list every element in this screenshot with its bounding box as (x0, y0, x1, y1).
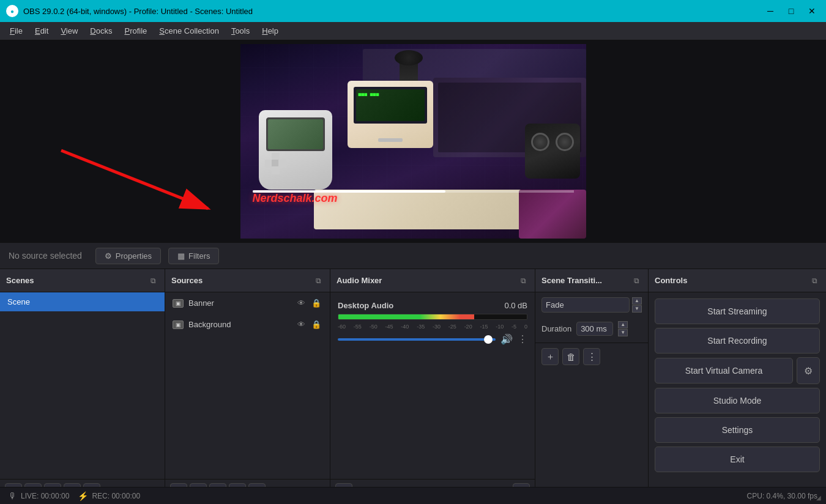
rec-label: REC: 00:00:00 (92, 492, 140, 500)
virtual-camera-settings-button[interactable]: ⚙ (797, 357, 820, 384)
scenes-panel-header: Scenes ⧉ (0, 269, 165, 292)
status-right: CPU: 0.4%, 30.00 fps ◢ (747, 492, 817, 500)
window-controls[interactable]: ─ □ ✕ (762, 5, 820, 17)
properties-label: Properties (116, 251, 152, 261)
audio-track-desktop: Desktop Audio 0.0 dB -60 -55 -50 -45 -40… (330, 295, 535, 351)
filters-label: Filters (188, 251, 210, 261)
source-banner-controls: 👁 🔒 (296, 297, 322, 309)
properties-button[interactable]: ⚙ Properties (95, 248, 161, 264)
joystick-ball (395, 50, 423, 65)
resize-corner-icon[interactable]: ◢ (816, 494, 825, 503)
audio-panel: Audio Mixer ⧉ Desktop Audio 0.0 dB -60 -… (330, 269, 535, 504)
menu-edit[interactable]: Edit (29, 24, 54, 38)
cbm-label (378, 138, 403, 142)
more-transitions-button[interactable]: ⋮ (583, 348, 600, 365)
scenes-panel-icon-btn[interactable]: ⧉ (148, 275, 158, 286)
duration-row: Duration ▲ ▼ (535, 317, 648, 340)
start-recording-button[interactable]: Start Recording (655, 328, 820, 354)
audio-track-header: Desktop Audio 0.0 dB (338, 301, 527, 310)
duration-spinner: ▲ ▼ (618, 321, 628, 336)
close-button[interactable]: ✕ (804, 5, 820, 17)
sources-panel-icon-btn[interactable]: ⧉ (313, 275, 324, 286)
arrow-overlay (0, 40, 242, 242)
audio-meter-fill (338, 314, 474, 319)
cbm-screen-content: ■■■ ■■■ (356, 89, 425, 121)
menu-help[interactable]: Help (256, 24, 285, 38)
audio-mute-button[interactable]: 🔊 (500, 333, 513, 345)
preview-scene: ■■■ ■■■ (240, 44, 586, 239)
sources-panel-title: Sources (171, 276, 203, 285)
bottom-bar: 🎙 LIVE: 00:00:00 ⚡ REC: 00:00:00 CPU: 0.… (0, 487, 826, 504)
duration-label: Duration (541, 324, 571, 333)
source-background-lock[interactable]: 🔒 (310, 319, 322, 330)
transition-up-arrow[interactable]: ▲ (632, 297, 642, 305)
transitions-panel-icon-btn[interactable]: ⧉ (631, 275, 642, 286)
preview-area: ■■■ ■■■ (0, 40, 826, 242)
controls-panel-header: Controls ⧉ (649, 269, 826, 292)
source-item-banner[interactable]: ▣ Banner 👁 🔒 (165, 292, 330, 314)
menu-file[interactable]: File (4, 24, 29, 38)
audio-panel-icon-btn[interactable]: ⧉ (518, 275, 529, 286)
minimize-button[interactable]: ─ (762, 5, 778, 17)
window-title: OBS 29.0.2 (64-bit, windows) - Profile: … (23, 7, 253, 16)
menu-tools[interactable]: Tools (225, 24, 256, 38)
gameboy-screen (266, 117, 325, 151)
audio-track-name: Desktop Audio (338, 301, 393, 310)
start-streaming-button[interactable]: Start Streaming (655, 298, 820, 324)
filters-icon: ▦ (177, 251, 185, 261)
add-transition-button[interactable]: ＋ (541, 348, 559, 365)
source-banner-label: Banner (188, 298, 214, 308)
audio-more-button[interactable]: ⋮ (518, 333, 527, 345)
audio-slider-thumb (484, 335, 493, 344)
controls-panel-icon-btn[interactable]: ⧉ (809, 275, 820, 286)
duration-input[interactable] (576, 322, 613, 336)
cassette-reel1 (531, 133, 549, 151)
svg-line-1 (61, 150, 208, 209)
maximize-button[interactable]: □ (783, 5, 799, 17)
transition-select[interactable]: Fade Cut Swipe Slide (541, 297, 630, 313)
duration-up-arrow[interactable]: ▲ (618, 321, 628, 328)
menubar: File Edit View Docks Profile Scene Colle… (0, 22, 826, 40)
source-banner-lock[interactable]: 🔒 (310, 297, 322, 309)
settings-button[interactable]: Settings (655, 417, 820, 443)
controls-panel: Controls ⧉ Start Streaming Start Recordi… (649, 269, 826, 504)
source-background-visibility[interactable]: 👁 (296, 319, 307, 330)
sources-panel-header: Sources ⧉ (165, 269, 330, 292)
filters-button[interactable]: ▦ Filters (168, 248, 219, 264)
exit-button[interactable]: Exit (655, 447, 820, 472)
scene-item[interactable]: Scene (0, 292, 165, 311)
cbm-monitor: ■■■ ■■■ (348, 81, 433, 148)
gameboy-dpad (265, 153, 286, 174)
start-virtual-camera-button[interactable]: Start Virtual Camera (655, 358, 793, 384)
source-item-banner-left: ▣ Banner (173, 298, 214, 308)
scenes-list: Scene (0, 292, 165, 479)
commodore-keyboard (314, 190, 537, 229)
audio-panel-header: Audio Mixer ⧉ (330, 269, 535, 292)
scenes-panel-icons: ⧉ (148, 275, 158, 286)
menu-profile[interactable]: Profile (118, 24, 153, 38)
titlebar: ● OBS 29.0.2 (64-bit, windows) - Profile… (0, 0, 826, 22)
transition-down-arrow[interactable]: ▼ (632, 305, 642, 313)
source-item-background[interactable]: ▣ Background 👁 🔒 (165, 314, 330, 335)
remove-transition-button[interactable]: 🗑 (562, 348, 579, 365)
studio-mode-button[interactable]: Studio Mode (655, 388, 820, 413)
network-icon: ⚡ (78, 491, 88, 501)
menu-scene-collection[interactable]: Scene Collection (153, 24, 225, 38)
obs-logo: ● (6, 5, 18, 17)
menu-view[interactable]: View (54, 24, 84, 38)
cbm-screen: ■■■ ■■■ (354, 87, 427, 124)
duration-down-arrow[interactable]: ▼ (618, 329, 628, 336)
gameboy-screen-content (268, 119, 323, 149)
source-banner-visibility[interactable]: 👁 (296, 297, 307, 309)
cbm-text: ■■■ ■■■ (356, 89, 425, 100)
controls-panel-title: Controls (655, 276, 687, 285)
audio-db-value: 0.0 dB (504, 301, 527, 310)
source-background-label: Background (188, 320, 231, 329)
audio-volume-slider[interactable] (338, 338, 496, 341)
transitions-panel: Scene Transiti... ⧉ Fade Cut Swipe Slide… (535, 269, 649, 504)
scenes-panel-title: Scenes (6, 276, 34, 285)
transition-select-wrapper: Fade Cut Swipe Slide ▲ ▼ (535, 292, 648, 317)
menu-docks[interactable]: Docks (84, 24, 118, 38)
preview-canvas: ■■■ ■■■ (240, 44, 586, 239)
cassette-device (525, 124, 580, 179)
